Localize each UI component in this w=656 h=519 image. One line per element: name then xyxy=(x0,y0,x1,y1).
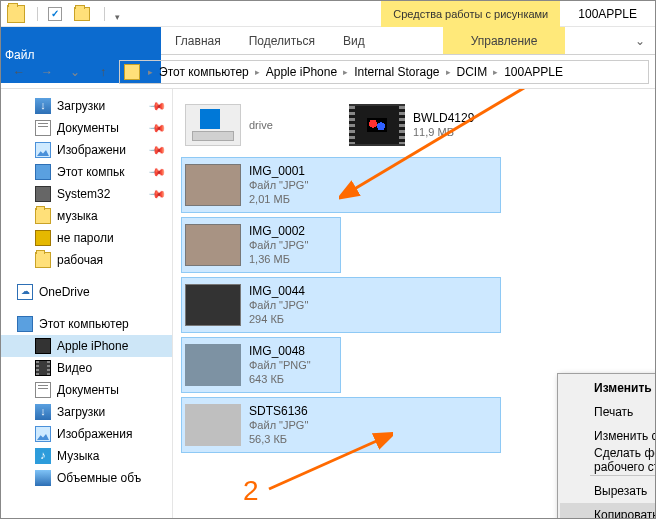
file-type: drive xyxy=(249,118,273,132)
sidebar-item[interactable]: Документы xyxy=(1,379,172,401)
sidebar-item[interactable]: Музыка xyxy=(1,445,172,467)
file-type: Файл "JPG" xyxy=(249,298,308,312)
context-menu-item[interactable]: Вырезать xyxy=(560,479,655,503)
crumb-dcim[interactable]: DCIM xyxy=(453,65,492,79)
context-menu-item[interactable]: Изменить xyxy=(560,376,655,400)
crumb-iphone[interactable]: Apple iPhone xyxy=(262,65,341,79)
sidebar-tree[interactable]: Загрузки📌Документы📌Изображени📌Этот компь… xyxy=(1,89,173,518)
chevron-right-icon[interactable]: ▸ xyxy=(146,67,155,77)
sidebar-item[interactable]: Этот компьютер xyxy=(1,313,172,335)
svg-line-0 xyxy=(351,89,539,191)
nav-recent-icon[interactable]: ⌄ xyxy=(63,60,87,84)
context-menu-label: Печать xyxy=(594,405,633,419)
context-menu-item[interactable]: Сделать фоновым изображением рабочего ст… xyxy=(560,448,655,472)
fld-icon xyxy=(35,208,51,224)
annotation-arrow-1 xyxy=(339,89,549,203)
crumb-this-pc[interactable]: Этот компьютер xyxy=(155,65,253,79)
sidebar-item[interactable]: Изображения xyxy=(1,423,172,445)
context-menu-item[interactable]: Копировать xyxy=(560,503,655,518)
ribbon-expand-icon[interactable]: ⌄ xyxy=(625,27,655,54)
tab-view[interactable]: Вид xyxy=(329,27,379,54)
chevron-right-icon[interactable]: ▸ xyxy=(491,67,500,77)
file-thumbnail xyxy=(185,224,241,266)
chevron-right-icon[interactable]: ▸ xyxy=(253,67,262,77)
context-menu: ИзменитьПечатьИзменить с помощью Paint 3… xyxy=(557,373,655,518)
phone-icon xyxy=(35,338,51,354)
file-thumbnail xyxy=(185,104,241,146)
title-bar: ✓ Средства работы с рисунками 100APPLE xyxy=(1,1,655,27)
ribbon-tabs: Файл Главная Поделиться Вид Управление ⌄ xyxy=(1,27,655,55)
tab-manage[interactable]: Управление xyxy=(443,27,566,54)
sidebar-item[interactable]: Объемные объ xyxy=(1,467,172,489)
qat-customize-icon[interactable] xyxy=(115,9,125,19)
sidebar-item-label: музыка xyxy=(57,209,98,223)
sidebar-item-label: System32 xyxy=(57,187,110,201)
sidebar-item-label: не пароли xyxy=(57,231,114,245)
file-name: SDTS6136 xyxy=(249,404,308,418)
img-icon xyxy=(35,426,51,442)
doc-icon xyxy=(35,120,51,136)
vid-icon xyxy=(35,360,51,376)
fld-icon xyxy=(35,252,51,268)
file-item[interactable]: IMG_0048Файл "PNG"643 КБ xyxy=(181,337,341,393)
crumb-internal[interactable]: Internal Storage xyxy=(350,65,443,79)
file-size: 2,01 МБ xyxy=(249,192,308,206)
crumb-100apple[interactable]: 100APPLE xyxy=(500,65,567,79)
sidebar-item-label: Объемные объ xyxy=(57,471,141,485)
file-item[interactable]: drive xyxy=(181,97,341,153)
sidebar-item[interactable]: Изображени📌 xyxy=(1,139,172,161)
file-thumbnail xyxy=(185,284,241,326)
context-menu-item[interactable]: Изменить с помощью Paint 3D xyxy=(560,424,655,448)
sidebar-item[interactable]: музыка xyxy=(1,205,172,227)
qat-checkbox-icon[interactable]: ✓ xyxy=(48,7,62,21)
nav-forward-icon[interactable]: → xyxy=(35,60,59,84)
context-menu-separator xyxy=(590,475,655,476)
context-menu-label: Вырезать xyxy=(594,484,647,498)
svg-line-1 xyxy=(269,439,381,489)
sidebar-item[interactable]: не пароли xyxy=(1,227,172,249)
file-thumbnail xyxy=(185,404,241,446)
sidebar-item-label: Этот компьк xyxy=(57,165,125,179)
qat-folder-icon[interactable] xyxy=(74,7,90,21)
key-icon xyxy=(35,230,51,246)
tab-home[interactable]: Главная xyxy=(161,27,235,54)
breadcrumb-folder-icon xyxy=(124,64,140,80)
nav-back-icon[interactable]: ← xyxy=(7,60,31,84)
sidebar-item[interactable]: рабочая xyxy=(1,249,172,271)
sidebar-item-label: Документы xyxy=(57,121,119,135)
sidebar-item[interactable]: Apple iPhone xyxy=(1,335,172,357)
nav-up-icon[interactable]: ↑ xyxy=(91,60,115,84)
dl-icon xyxy=(35,98,51,114)
sidebar-item[interactable]: Загрузки xyxy=(1,401,172,423)
file-thumbnail xyxy=(185,344,241,386)
sidebar-item[interactable]: System32📌 xyxy=(1,183,172,205)
file-item[interactable]: IMG_0044Файл "JPG"294 КБ xyxy=(181,277,501,333)
sidebar-item-label: Документы xyxy=(57,383,119,397)
sidebar-item[interactable]: Документы📌 xyxy=(1,117,172,139)
sidebar-item-label: OneDrive xyxy=(39,285,90,299)
pin-icon: 📌 xyxy=(147,96,166,115)
sidebar-item[interactable]: Этот компьк📌 xyxy=(1,161,172,183)
od-icon xyxy=(17,284,33,300)
sidebar-item-label: Изображени xyxy=(57,143,126,157)
sys-icon xyxy=(35,186,51,202)
file-item[interactable]: IMG_0002Файл "JPG"1,36 МБ xyxy=(181,217,341,273)
file-type: Файл "PNG" xyxy=(249,358,311,372)
doc-icon xyxy=(35,382,51,398)
pc-icon xyxy=(35,164,51,180)
file-name: IMG_0048 xyxy=(249,344,311,358)
sidebar-item[interactable]: Загрузки📌 xyxy=(1,95,172,117)
pin-icon: 📌 xyxy=(147,162,166,181)
sidebar-item[interactable]: Видео xyxy=(1,357,172,379)
quick-access-toolbar: ✓ xyxy=(33,7,125,21)
chevron-right-icon[interactable]: ▸ xyxy=(444,67,453,77)
tab-share[interactable]: Поделиться xyxy=(235,27,329,54)
sidebar-item-label: Изображения xyxy=(57,427,132,441)
file-list-pane[interactable]: driveBWLD412911,9 МБIMG_0001Файл "JPG"2,… xyxy=(173,89,655,518)
chevron-right-icon[interactable]: ▸ xyxy=(341,67,350,77)
context-menu-item[interactable]: Печать xyxy=(560,400,655,424)
nav-bar: ← → ⌄ ↑ ▸ Этот компьютер ▸ Apple iPhone … xyxy=(1,55,655,89)
sidebar-item[interactable]: OneDrive xyxy=(1,281,172,303)
breadcrumb[interactable]: ▸ Этот компьютер ▸ Apple iPhone ▸ Intern… xyxy=(119,60,649,84)
sidebar-item-label: Музыка xyxy=(57,449,99,463)
